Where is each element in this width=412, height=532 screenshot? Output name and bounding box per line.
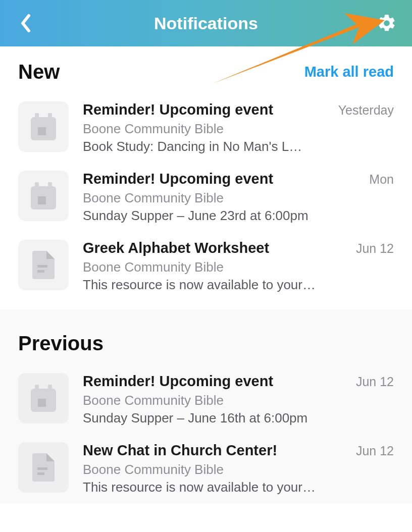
svg-rect-9: [37, 270, 44, 273]
item-desc: Sunday Supper – June 16th at 6:00pm: [83, 410, 394, 426]
item-source: Boone Community Bible: [83, 190, 394, 206]
svg-rect-13: [38, 399, 46, 407]
notification-item[interactable]: Greek Alphabet Worksheet Jun 12 Boone Co…: [18, 232, 394, 301]
icon-container: [18, 101, 69, 152]
item-source: Boone Community Bible: [83, 462, 394, 477]
svg-rect-12: [48, 385, 52, 392]
back-button[interactable]: [14, 12, 36, 34]
document-icon: [32, 453, 55, 482]
calendar-icon: [31, 182, 56, 209]
item-desc: This resource is now available to your…: [83, 277, 394, 293]
item-desc: Book Study: Dancing in No Man's L…: [83, 139, 394, 154]
section-title-new: New: [18, 61, 60, 83]
page-title: Notifications: [154, 14, 258, 33]
svg-rect-6: [48, 182, 52, 189]
icon-container: [18, 171, 69, 221]
chevron-left-icon: [20, 14, 31, 33]
new-section: New Mark all read Reminder! Upcoming eve…: [0, 46, 412, 301]
icon-container: [18, 240, 69, 290]
svg-rect-11: [35, 385, 39, 392]
item-body: Reminder! Upcoming event Mon Boone Commu…: [83, 171, 394, 224]
item-body: New Chat in Church Center! Jun 12 Boone …: [83, 442, 394, 495]
item-top: Reminder! Upcoming event Yesterday: [83, 101, 394, 118]
section-header-new: New Mark all read: [0, 46, 412, 93]
item-body: Greek Alphabet Worksheet Jun 12 Boone Co…: [83, 240, 394, 293]
notification-item[interactable]: New Chat in Church Center! Jun 12 Boone …: [18, 434, 394, 503]
item-time: Mon: [369, 172, 394, 187]
item-time: Jun 12: [356, 241, 394, 256]
item-title: Greek Alphabet Worksheet: [83, 240, 269, 256]
section-header-previous: Previous: [0, 310, 412, 365]
previous-list: Reminder! Upcoming event Jun 12 Boone Co…: [0, 365, 412, 503]
item-title: Reminder! Upcoming event: [83, 171, 273, 187]
calendar-icon: [31, 113, 56, 140]
svg-rect-2: [48, 113, 52, 120]
item-top: New Chat in Church Center! Jun 12: [83, 442, 394, 459]
item-body: Reminder! Upcoming event Jun 12 Boone Co…: [83, 373, 394, 426]
item-top: Reminder! Upcoming event Mon: [83, 171, 394, 187]
svg-rect-15: [37, 472, 44, 475]
svg-rect-3: [38, 127, 46, 135]
item-top: Greek Alphabet Worksheet Jun 12: [83, 240, 394, 256]
new-list: Reminder! Upcoming event Yesterday Boone…: [0, 93, 412, 301]
item-source: Boone Community Bible: [83, 121, 394, 137]
item-source: Boone Community Bible: [83, 393, 394, 408]
icon-container: [18, 373, 69, 423]
gear-icon: [377, 13, 397, 33]
previous-section: Previous Reminder! Upcoming event Jun 12…: [0, 310, 412, 503]
svg-rect-14: [37, 467, 47, 470]
calendar-icon: [31, 385, 56, 412]
notification-item[interactable]: Reminder! Upcoming event Mon Boone Commu…: [18, 163, 394, 232]
settings-button[interactable]: [376, 12, 398, 34]
document-icon: [32, 251, 55, 279]
svg-rect-1: [35, 113, 39, 120]
notification-item[interactable]: Reminder! Upcoming event Jun 12 Boone Co…: [18, 365, 394, 434]
item-time: Yesterday: [338, 103, 394, 118]
item-body: Reminder! Upcoming event Yesterday Boone…: [83, 101, 394, 154]
item-time: Jun 12: [356, 444, 394, 458]
svg-rect-5: [35, 182, 39, 189]
app-header: Notifications: [0, 0, 412, 46]
item-desc: This resource is now available to your…: [83, 480, 394, 495]
section-title-previous: Previous: [18, 332, 104, 355]
item-time: Jun 12: [356, 375, 394, 389]
item-source: Boone Community Bible: [83, 259, 394, 275]
svg-rect-7: [38, 196, 46, 204]
notification-item[interactable]: Reminder! Upcoming event Yesterday Boone…: [18, 93, 394, 163]
item-title: Reminder! Upcoming event: [83, 101, 273, 118]
mark-all-read-button[interactable]: Mark all read: [304, 64, 394, 80]
item-title: New Chat in Church Center!: [83, 442, 277, 459]
item-title: Reminder! Upcoming event: [83, 373, 273, 390]
item-top: Reminder! Upcoming event Jun 12: [83, 373, 394, 390]
item-desc: Sunday Supper – June 23rd at 6:00pm: [83, 208, 394, 224]
svg-rect-8: [37, 265, 47, 268]
icon-container: [18, 442, 69, 493]
